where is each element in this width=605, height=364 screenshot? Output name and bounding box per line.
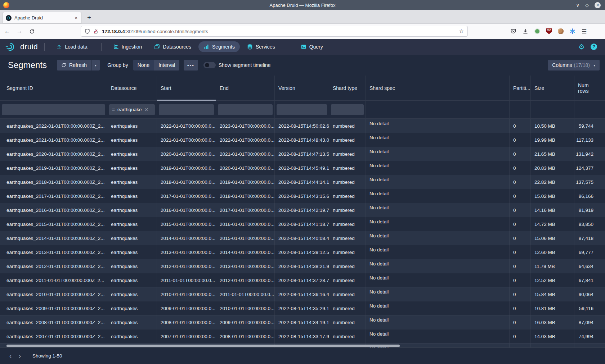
cell[interactable]: No detail <box>366 161 510 175</box>
cell[interactable]: 2017-01-01T00:00:00.0... <box>216 203 275 217</box>
cell[interactable]: No detail <box>366 175 510 189</box>
back-button[interactable]: ← <box>2 28 12 35</box>
cell[interactable]: earthquakes <box>107 175 157 189</box>
cell[interactable]: 15.02 MB <box>531 189 574 203</box>
cell[interactable]: 2020-01-01T00:00:00.0... <box>216 161 275 175</box>
cell[interactable]: 2022-08-15T14:48:43.0... <box>275 133 329 147</box>
column-header-start[interactable]: Start <box>157 76 216 100</box>
next-page-button[interactable]: › <box>15 351 24 361</box>
cell[interactable]: 2022-08-15T14:36:16.4... <box>275 287 329 301</box>
cell[interactable]: 2014-01-01T00:00:00.0... <box>216 245 275 259</box>
cell[interactable]: 0 <box>510 315 531 329</box>
cell[interactable]: earthquakes <box>107 301 157 315</box>
cell[interactable]: 2022-08-15T14:45:49.1... <box>275 161 329 175</box>
cell[interactable]: 64,634 <box>574 259 605 273</box>
cell[interactable]: earthquakes <box>107 189 157 203</box>
cell[interactable]: 2022-08-15T14:50:02.6... <box>275 119 329 133</box>
url-bar[interactable]: 172.18.0.4:30109/unified-console.html#se… <box>81 26 468 37</box>
cell[interactable]: 2022-08-15T14:39:12.5... <box>275 245 329 259</box>
cell[interactable]: 2022-08-15T14:37:28.7... <box>275 273 329 287</box>
segment-id-filter-input[interactable] <box>2 104 105 115</box>
cell[interactable] <box>510 343 531 347</box>
cell[interactable]: 2012-01-01T00:00:00.0... <box>157 259 216 273</box>
cell[interactable]: 2011-01-01T00:00:00.0... <box>157 273 216 287</box>
cell[interactable]: No detail <box>366 287 510 301</box>
cell[interactable]: 59,116 <box>574 301 605 315</box>
cell[interactable]: numbered <box>329 301 366 315</box>
cell[interactable]: 2022-01-01T00:00:00.0... <box>157 119 216 133</box>
cell[interactable]: earthquakes_2015-01-01T00:00:00.000Z_2..… <box>0 217 107 231</box>
cell[interactable]: 2015-01-01T00:00:00.0... <box>157 217 216 231</box>
cell[interactable]: 0 <box>510 189 531 203</box>
cell[interactable]: 87,418 <box>574 231 605 245</box>
cell[interactable]: 117,133 <box>574 133 605 147</box>
cell[interactable]: 12.52 MB <box>531 273 574 287</box>
cell[interactable]: 0 <box>510 287 531 301</box>
cell[interactable]: 2017-01-01T00:00:00.0... <box>157 189 216 203</box>
cell[interactable]: earthquakes <box>107 273 157 287</box>
cell[interactable]: earthquakes <box>107 315 157 329</box>
cell[interactable]: 2022-08-15T14:33:17.9... <box>275 329 329 343</box>
cell[interactable]: earthquakes <box>107 217 157 231</box>
cell[interactable]: 0 <box>510 245 531 259</box>
extension-green-icon[interactable] <box>534 28 540 34</box>
cell[interactable]: 81,919 <box>574 203 605 217</box>
cell[interactable]: numbered <box>329 217 366 231</box>
cell[interactable]: 0 <box>510 147 531 161</box>
cell[interactable]: No detail <box>366 147 510 161</box>
column-header-version[interactable]: Version <box>275 76 329 100</box>
cell[interactable]: No detail <box>366 301 510 315</box>
cell[interactable]: 69,777 <box>574 245 605 259</box>
cell[interactable]: No detail <box>366 231 510 245</box>
cell[interactable]: numbered <box>329 161 366 175</box>
cell[interactable]: No detail <box>366 119 510 133</box>
column-header-partiti[interactable]: Partiti... <box>510 76 531 100</box>
nav-item-services[interactable]: Services <box>242 41 280 52</box>
cell[interactable]: numbered <box>329 119 366 133</box>
cell[interactable]: 2010-01-01T00:00:00.0... <box>216 301 275 315</box>
menu-hamburger-icon[interactable]: ☰ <box>582 28 587 35</box>
cell[interactable]: 14.16 MB <box>531 203 574 217</box>
cell[interactable]: numbered <box>329 273 366 287</box>
cell[interactable]: 2022-01-01T00:00:00.0... <box>216 133 275 147</box>
cell[interactable]: 14.03 MB <box>531 329 574 343</box>
cell[interactable]: earthquakes_2010-01-01T00:00:00.000Z_2..… <box>0 287 107 301</box>
cell[interactable]: numbered <box>329 133 366 147</box>
cell[interactable]: earthquakes <box>107 203 157 217</box>
cell[interactable]: 15.84 MB <box>531 287 574 301</box>
cell[interactable]: numbered <box>329 245 366 259</box>
cell[interactable]: 2020-01-01T00:00:00.0... <box>157 147 216 161</box>
cell[interactable]: 2023-01-01T00:00:00.0... <box>216 119 275 133</box>
cell[interactable]: 0 <box>510 161 531 175</box>
column-header-num-rows[interactable]: Num rows <box>574 76 605 100</box>
cell[interactable]: earthquakes_2011-01-01T00:00:00.000Z_2..… <box>0 273 107 287</box>
cell[interactable]: earthquakes_2020-01-01T00:00:00.000Z_2..… <box>0 147 107 161</box>
cell[interactable]: No detail <box>366 203 510 217</box>
cell[interactable]: 2007-01-01T00:00:00.0... <box>157 329 216 343</box>
cell[interactable]: numbered <box>329 329 366 343</box>
cell[interactable]: earthquakes_2013-01-01T00:00:00.000Z_2..… <box>0 245 107 259</box>
cell[interactable]: 2022-08-15T14:42:19.7... <box>275 203 329 217</box>
cell[interactable]: 12.60 MB <box>531 245 574 259</box>
cell[interactable]: 2014-01-01T00:00:00.0... <box>157 231 216 245</box>
cell[interactable]: earthquakes_2019-01-01T00:00:00.000Z_2..… <box>0 161 107 175</box>
forward-button[interactable]: → <box>14 28 24 35</box>
cell[interactable]: 0 <box>510 217 531 231</box>
cell[interactable]: 2009-01-01T00:00:00.0... <box>216 315 275 329</box>
cell[interactable]: earthquakes_2009-01-01T00:00:00.000Z_2..… <box>0 301 107 315</box>
remove-filter-icon[interactable]: ✕ <box>144 107 148 113</box>
cell[interactable]: 0 <box>510 133 531 147</box>
window-close-icon[interactable]: ✕ <box>595 2 601 8</box>
cell[interactable]: earthquakes <box>107 147 157 161</box>
cell[interactable] <box>574 343 605 347</box>
cell[interactable]: earthquakes <box>107 231 157 245</box>
refresh-dropdown-button[interactable]: ▾ <box>91 60 100 70</box>
cell[interactable]: 131,942 <box>574 147 605 161</box>
cell[interactable]: 19.99 MB <box>531 133 574 147</box>
cell[interactable]: 2012-01-01T00:00:00.0... <box>216 273 275 287</box>
cell[interactable]: earthquakes <box>107 119 157 133</box>
previous-page-button[interactable]: ‹ <box>6 351 15 361</box>
cell[interactable]: No detail <box>366 189 510 203</box>
cell[interactable]: numbered <box>329 315 366 329</box>
cell[interactable]: 2016-01-01T00:00:00.0... <box>216 217 275 231</box>
